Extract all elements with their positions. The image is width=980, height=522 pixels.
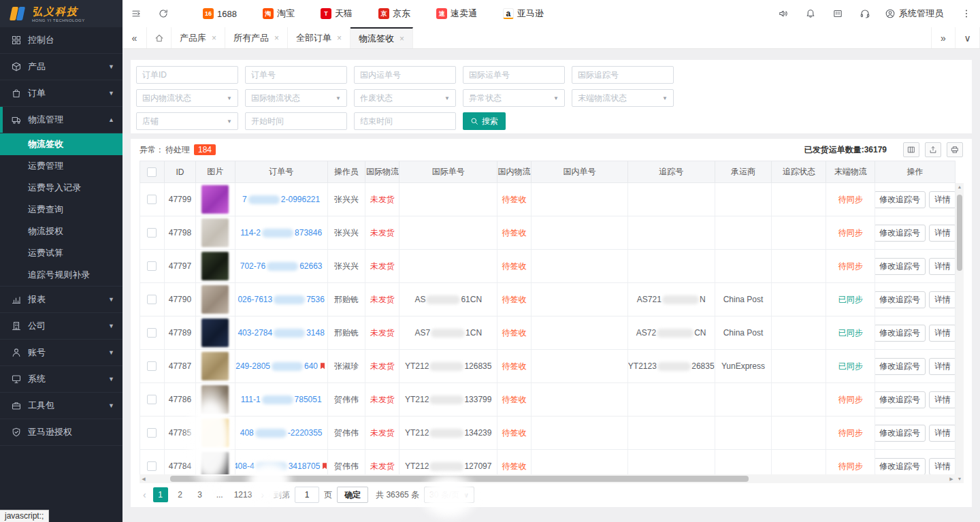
detail-button[interactable]: 详情 — [929, 191, 955, 208]
sidebar-item-产品[interactable]: 产品▼ — [0, 54, 122, 80]
product-thumbnail[interactable] — [201, 252, 229, 280]
sidebar-item-订单[interactable]: 订单▼ — [0, 80, 122, 107]
product-thumbnail[interactable] — [201, 385, 229, 414]
filter-input-订单号[interactable] — [245, 66, 347, 84]
vertical-scroll-thumb[interactable] — [957, 195, 962, 271]
home-tab-icon[interactable] — [147, 27, 172, 48]
page-number-1213[interactable]: 1213 — [232, 487, 255, 502]
scroll-up-icon[interactable]: ▲ — [958, 183, 962, 191]
sidebar-item-账号[interactable]: 账号▼ — [0, 340, 122, 366]
sidebar-item-控制台[interactable]: 控制台 — [0, 27, 122, 54]
pending-count-badge[interactable]: 184 — [194, 144, 216, 155]
row-checkbox[interactable] — [147, 361, 157, 371]
row-checkbox[interactable] — [147, 395, 157, 404]
tab-全部订单[interactable]: 全部订单× — [288, 27, 350, 48]
menu-fold-icon[interactable] — [122, 0, 150, 27]
modify-tracking-button[interactable]: 修改追踪号 — [875, 425, 926, 442]
order-number-link[interactable]: 408-2220355 — [240, 428, 323, 438]
sidebar-item-系统[interactable]: 系统▼ — [0, 366, 122, 393]
tabs-collapse-left-icon[interactable]: « — [122, 27, 147, 48]
detail-button[interactable]: 详情 — [929, 291, 955, 308]
page-number-2[interactable]: 2 — [173, 487, 188, 502]
horizontal-scroll-thumb[interactable] — [170, 476, 749, 482]
product-thumbnail[interactable] — [201, 185, 229, 214]
panel-grid-icon[interactable] — [824, 0, 851, 27]
sidebar-subitem-运费试算[interactable]: 运费试算 — [0, 242, 122, 264]
print-button[interactable] — [947, 142, 963, 157]
prev-page-icon[interactable]: ‹ — [141, 489, 148, 500]
product-thumbnail[interactable] — [201, 285, 229, 314]
product-thumbnail[interactable] — [201, 419, 229, 447]
tabs-expand-right-icon[interactable]: » — [931, 27, 956, 48]
filter-input-end-time[interactable] — [354, 112, 456, 130]
order-number-link[interactable]: 72-0996221 — [242, 195, 320, 204]
row-checkbox[interactable] — [147, 195, 157, 204]
tab-close-icon[interactable]: × — [274, 33, 279, 43]
marketplace-link-淘宝[interactable]: 淘淘宝 — [263, 7, 295, 20]
column-settings-button[interactable] — [903, 142, 919, 157]
row-checkbox[interactable] — [147, 295, 157, 304]
support-headset-icon[interactable] — [851, 0, 879, 27]
page-number-1[interactable]: 1 — [153, 487, 168, 502]
filter-input-国内运单号[interactable] — [354, 66, 456, 84]
sidebar-subitem-追踪号规则补录[interactable]: 追踪号规则补录 — [0, 264, 122, 286]
modify-tracking-button[interactable]: 修改追踪号 — [875, 225, 926, 242]
tab-物流签收[interactable]: 物流签收× — [350, 27, 413, 48]
per-page-select[interactable]: 30 条/页∨ — [424, 487, 474, 503]
marketplace-link-天猫[interactable]: T天猫 — [321, 7, 353, 20]
scroll-left-icon[interactable]: ◀ — [140, 476, 148, 482]
modify-tracking-button[interactable]: 修改追踪号 — [875, 391, 926, 408]
row-checkbox[interactable] — [147, 428, 157, 438]
refresh-icon[interactable] — [150, 0, 177, 27]
tab-产品库[interactable]: 产品库× — [172, 27, 225, 48]
order-number-link[interactable]: 408-43418705 — [235, 461, 328, 471]
tab-close-icon[interactable]: × — [399, 34, 404, 44]
detail-button[interactable]: 详情 — [929, 225, 955, 242]
order-number-link[interactable]: 111-1785051 — [241, 395, 322, 404]
filter-select-国际物流状态[interactable]: 国际物流状态▼ — [245, 89, 347, 107]
tab-所有产品[interactable]: 所有产品× — [225, 27, 288, 48]
detail-button[interactable]: 详情 — [929, 358, 955, 375]
scroll-down-icon[interactable]: ▼ — [958, 475, 962, 483]
filter-input-国际追踪号[interactable] — [572, 66, 674, 84]
product-thumbnail[interactable] — [201, 352, 229, 380]
export-button[interactable] — [925, 142, 941, 157]
filter-select-店铺[interactable]: 店铺▼ — [136, 112, 238, 130]
sidebar-subitem-物流授权[interactable]: 物流授权 — [0, 221, 122, 242]
modify-tracking-button[interactable]: 修改追踪号 — [875, 358, 926, 375]
detail-button[interactable]: 详情 — [929, 458, 955, 475]
table-vertical-scrollbar[interactable]: ▲ ▼ — [956, 183, 964, 483]
notification-bell-icon[interactable] — [797, 0, 824, 27]
order-number-link[interactable]: 114-2873846 — [240, 228, 322, 238]
modify-tracking-button[interactable]: 修改追踪号 — [875, 458, 926, 475]
select-all-checkbox[interactable] — [147, 167, 157, 177]
filter-select-作废状态[interactable]: 作废状态▼ — [354, 89, 456, 107]
order-number-link[interactable]: 249-2805640 — [235, 361, 327, 371]
sidebar-item-公司[interactable]: 公司▼ — [0, 313, 122, 340]
filter-input-订单ID[interactable] — [136, 66, 238, 84]
row-checkbox[interactable] — [147, 328, 157, 338]
marketplace-link-1688[interactable]: 161688 — [203, 8, 237, 19]
marketplace-link-京东[interactable]: 京京东 — [378, 7, 410, 20]
goto-page-input[interactable] — [295, 487, 319, 503]
sidebar-subitem-运费查询[interactable]: 运费查询 — [0, 199, 122, 221]
modify-tracking-button[interactable]: 修改追踪号 — [875, 258, 926, 275]
scroll-right-icon[interactable]: ▶ — [947, 476, 956, 482]
filter-input-start-time[interactable] — [245, 112, 347, 130]
sidebar-subitem-运费导入记录[interactable]: 运费导入记录 — [0, 177, 122, 199]
detail-button[interactable]: 详情 — [929, 391, 955, 408]
more-menu-icon[interactable] — [953, 0, 980, 27]
sidebar-subitem-物流签收[interactable]: 物流签收 — [0, 133, 122, 155]
filter-select-异常状态[interactable]: 异常状态▼ — [463, 89, 565, 107]
marketplace-link-速卖通[interactable]: 速速卖通 — [436, 7, 477, 20]
filter-input-国际运单号[interactable] — [463, 66, 565, 84]
page-number-3[interactable]: 3 — [193, 487, 208, 502]
modify-tracking-button[interactable]: 修改追踪号 — [875, 291, 926, 308]
detail-button[interactable]: 详情 — [929, 325, 955, 342]
goto-confirm-button[interactable]: 确定 — [337, 487, 368, 503]
sidebar-item-物流管理[interactable]: 物流管理▲ — [0, 107, 122, 133]
tab-close-icon[interactable]: × — [212, 33, 216, 43]
tab-close-icon[interactable]: × — [337, 33, 342, 43]
order-number-link[interactable]: 026-76137536 — [238, 295, 324, 304]
modify-tracking-button[interactable]: 修改追踪号 — [875, 325, 926, 342]
